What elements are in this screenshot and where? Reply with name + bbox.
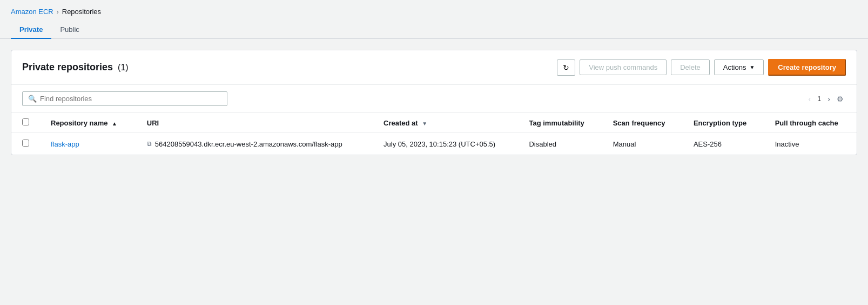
col-header-created: Created at ▼ bbox=[373, 113, 518, 133]
refresh-icon: ↻ bbox=[563, 63, 569, 72]
search-pagination-row: 🔍 ‹ 1 › ⚙ bbox=[11, 85, 857, 113]
row-pull-cell: Inactive bbox=[764, 133, 857, 155]
next-page-button[interactable]: › bbox=[824, 92, 833, 105]
refresh-button[interactable]: ↻ bbox=[557, 59, 575, 76]
row-checkbox-cell bbox=[11, 133, 40, 155]
uri-value: 564208559043.dkr.ecr.eu-west-2.amazonaws… bbox=[155, 140, 342, 148]
panel-count: (1) bbox=[118, 63, 129, 72]
row-uri-cell: ⧉ 564208559043.dkr.ecr.eu-west-2.amazona… bbox=[136, 133, 373, 155]
col-created-label: Created at bbox=[383, 119, 418, 127]
select-all-header bbox=[11, 113, 40, 133]
actions-dropdown-icon: ▼ bbox=[749, 64, 755, 70]
repositories-table: Repository name ▲ URI Created at ▼ Tag i… bbox=[11, 113, 857, 155]
main-content: Private repositories (1) ↻ View push com… bbox=[0, 39, 868, 166]
panel-title-text: Private repositories bbox=[22, 62, 113, 72]
filter-icon-created[interactable]: ▼ bbox=[422, 121, 427, 127]
table-settings-button[interactable]: ⚙ bbox=[835, 92, 846, 105]
row-name-cell: flask-app bbox=[40, 133, 136, 155]
repositories-panel: Private repositories (1) ↻ View push com… bbox=[11, 50, 857, 155]
panel-header: Private repositories (1) ↻ View push com… bbox=[11, 50, 857, 85]
breadcrumb-separator: › bbox=[57, 8, 59, 16]
tab-public[interactable]: Public bbox=[51, 21, 88, 39]
repository-name-link[interactable]: flask-app bbox=[51, 140, 79, 148]
tab-private[interactable]: Private bbox=[11, 21, 51, 39]
view-push-commands-button[interactable]: View push commands bbox=[580, 59, 667, 75]
pagination-controls: ‹ 1 › ⚙ bbox=[805, 92, 846, 105]
col-header-scan: Scan frequency bbox=[602, 113, 683, 133]
search-input[interactable] bbox=[40, 95, 221, 103]
select-all-checkbox[interactable] bbox=[22, 118, 29, 125]
actions-label: Actions bbox=[723, 63, 746, 71]
col-header-name: Repository name ▲ bbox=[40, 113, 136, 133]
tabs-bar: Private Public bbox=[0, 21, 868, 39]
prev-page-button[interactable]: ‹ bbox=[805, 92, 814, 105]
table-row: flask-app ⧉ 564208559043.dkr.ecr.eu-west… bbox=[11, 133, 857, 155]
breadcrumb: Amazon ECR › Repositories bbox=[0, 0, 868, 21]
search-icon: 🔍 bbox=[28, 95, 37, 103]
row-encryption-cell: AES-256 bbox=[683, 133, 764, 155]
search-wrapper: 🔍 bbox=[22, 91, 227, 106]
row-checkbox[interactable] bbox=[22, 140, 29, 147]
col-header-uri: URI bbox=[136, 113, 373, 133]
panel-title: Private repositories (1) bbox=[22, 62, 129, 72]
actions-button[interactable]: Actions ▼ bbox=[714, 59, 764, 75]
copy-icon[interactable]: ⧉ bbox=[147, 140, 152, 148]
create-repository-button[interactable]: Create repository bbox=[768, 59, 846, 76]
breadcrumb-parent-link[interactable]: Amazon ECR bbox=[11, 8, 53, 16]
row-scan-cell: Manual bbox=[602, 133, 683, 155]
row-tag-cell: Disabled bbox=[518, 133, 602, 155]
col-header-tag: Tag immutability bbox=[518, 113, 602, 133]
row-created-cell: July 05, 2023, 10:15:23 (UTC+05.5) bbox=[373, 133, 518, 155]
col-header-encryption: Encryption type bbox=[683, 113, 764, 133]
sort-icon-name[interactable]: ▲ bbox=[112, 121, 117, 127]
col-header-pull: Pull through cache bbox=[764, 113, 857, 133]
breadcrumb-current: Repositories bbox=[62, 8, 101, 16]
delete-button[interactable]: Delete bbox=[671, 59, 710, 75]
header-actions: ↻ View push commands Delete Actions ▼ Cr… bbox=[557, 59, 846, 76]
col-name-label: Repository name bbox=[51, 119, 107, 127]
page-number: 1 bbox=[815, 95, 823, 103]
panel-title-group: Private repositories (1) bbox=[22, 62, 129, 73]
